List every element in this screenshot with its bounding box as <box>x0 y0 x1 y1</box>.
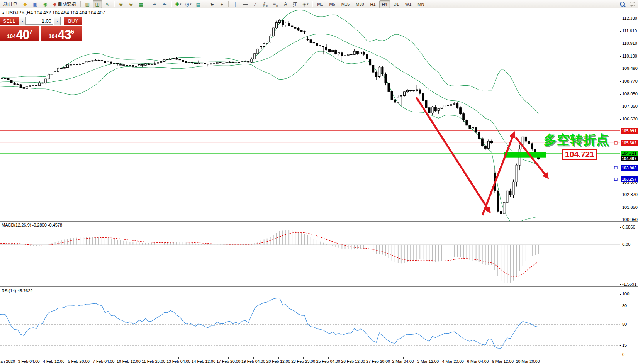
chart-shift-icon[interactable]: ⇤ <box>160 0 169 8</box>
horizontal-line-icon[interactable]: — <box>241 0 250 8</box>
price-tick-label: 111.610 <box>622 29 637 33</box>
zoom-out-icon[interactable]: ⊖ <box>126 0 136 8</box>
text-icon: A <box>284 2 287 7</box>
shapes-icon[interactable]: ◈▾ <box>301 0 310 8</box>
autotrade-icon: ◆ <box>53 2 56 7</box>
time-axis-label: 17 Feb 20:00 <box>216 359 240 364</box>
candlestick-chart-icon[interactable]: ◫ <box>93 0 102 8</box>
dropdown-caret-icon: ▾ <box>307 3 309 6</box>
rsi-tick-label: 100 <box>622 291 629 296</box>
turning-point-annotation: 多空转折点 <box>544 131 609 149</box>
signal-icon[interactable]: ◉ <box>41 0 50 8</box>
time-axis-label: 9 Mar 12:00 <box>492 359 514 364</box>
toolbar-separator <box>80 1 81 7</box>
timeframe-button-w1[interactable]: W1 <box>402 0 414 8</box>
axis-tick <box>620 195 621 195</box>
time-tick <box>104 357 104 359</box>
symbol-marker-icon: ▲ <box>2 11 5 15</box>
axis-tick <box>620 355 621 355</box>
price-tick-label: 101.650 <box>622 205 638 210</box>
crosshair-icon[interactable]: ＋ <box>217 0 226 8</box>
chart-properties-icon[interactable]: ▤ <box>193 0 203 8</box>
sell-price[interactable]: 104 40 7 <box>0 26 39 41</box>
time-tick <box>54 357 54 359</box>
sell-button[interactable]: SELL <box>0 17 19 25</box>
time-tick <box>328 357 329 359</box>
zoom-in-icon[interactable]: ⊕ <box>116 0 126 8</box>
time-axis-label: 11 Feb 20:00 <box>142 359 165 364</box>
time-axis-label: 3 Mar 12:00 <box>417 359 439 364</box>
label-icon[interactable]: T <box>291 0 300 8</box>
rsi-pane-canvas[interactable] <box>0 287 620 357</box>
autotrade-button[interactable]: ◆自动交易 <box>51 0 78 8</box>
price-tick-label: 109.490 <box>622 66 638 71</box>
chart-properties-icon: ▤ <box>196 2 200 7</box>
axis-tick <box>620 69 621 69</box>
cursor-icon: ▲ <box>209 1 215 7</box>
time-tick <box>303 357 304 359</box>
vertical-line-icon[interactable]: ｜ <box>231 0 240 8</box>
timeframe-button-mn[interactable]: MN <box>415 0 427 8</box>
toolbar-separator <box>148 1 148 7</box>
search-icon <box>620 2 625 7</box>
new-order-button[interactable]: 新订单 <box>1 0 20 8</box>
auto-scroll-icon[interactable]: ⇥ <box>150 0 159 8</box>
periods-button[interactable]: ◷▾ <box>183 0 193 8</box>
channel-icon[interactable]: ∥E <box>261 0 270 8</box>
time-tick <box>29 357 29 359</box>
timeframe-button-m15[interactable]: M15 <box>339 0 352 8</box>
bar-chart-icon[interactable]: ▥ <box>83 0 92 8</box>
axis-tick <box>620 227 621 228</box>
pane-separator[interactable] <box>0 286 638 287</box>
chat-icon <box>630 2 635 6</box>
indicators-add-button[interactable]: ✚▾ <box>173 0 183 8</box>
sell-price-big: 40 <box>16 29 29 40</box>
time-axis-label: 26 Feb 12:00 <box>341 359 365 364</box>
price-chart-canvas[interactable] <box>0 9 620 221</box>
timeframe-button-h1[interactable]: H1 <box>368 0 378 8</box>
price-tick-label: 110.910 <box>622 41 637 46</box>
macd-pane-canvas[interactable] <box>0 222 620 287</box>
terminals-icon: ▣ <box>33 2 37 7</box>
timeframe-button-m30[interactable]: M30 <box>353 0 367 8</box>
cursor-icon[interactable]: ▲ <box>207 0 216 8</box>
axis-tick <box>620 94 621 95</box>
time-tick <box>278 357 279 359</box>
timeframe-button-m1[interactable]: M1 <box>314 0 326 8</box>
chat-icon[interactable] <box>628 0 637 8</box>
line-chart-icon[interactable]: ∿ <box>103 0 112 8</box>
timeframe-button-d1[interactable]: D1 <box>391 0 402 8</box>
axis-tick <box>620 220 621 220</box>
timeframe-button-h4[interactable]: H4 <box>379 0 390 8</box>
time-tick <box>453 357 453 359</box>
time-axis-label: 4 Feb 12:00 <box>43 359 64 364</box>
rsi-tick-label: 50 <box>622 322 627 327</box>
tile-windows-icon[interactable]: ▦ <box>136 0 146 8</box>
buy-button[interactable]: BUY <box>64 17 82 25</box>
mt4-window: 新订单◆▣◉◆自动交易▥◫∿⊕⊖▦⇥⇤✚▾◷▾▤▲＋｜—∕∥E≡FAT◈▾M1M… <box>0 0 638 364</box>
pane-separator[interactable] <box>0 221 638 222</box>
buy-price[interactable]: 104 43 6 <box>41 26 82 41</box>
timeframe-button-m5[interactable]: M5 <box>327 0 338 8</box>
volume-decrease-button[interactable]: ▼ <box>19 17 26 25</box>
macd-tick-label: -1.5691 <box>622 282 636 286</box>
volume-input[interactable] <box>25 17 53 25</box>
text-icon[interactable]: A <box>281 0 290 8</box>
candlestick-chart-icon: ◫ <box>95 2 100 7</box>
fibonacci-icon: ≡ <box>273 2 276 7</box>
time-tick <box>503 357 503 359</box>
axis-tick <box>620 183 621 183</box>
fibonacci-icon[interactable]: ≡F <box>271 0 280 8</box>
terminals-icon[interactable]: ▣ <box>31 0 40 8</box>
macd-tick-label: 0.00 <box>622 242 630 247</box>
search-icon[interactable] <box>618 0 627 8</box>
autotrade-button-label: 自动交易 <box>58 1 76 7</box>
time-axis-label: 2 Mar 04:00 <box>392 359 414 364</box>
periods-icon: ◷ <box>185 2 189 7</box>
funds-icon[interactable]: ◆ <box>20 0 30 8</box>
axis-tick <box>620 325 621 325</box>
time-tick <box>154 357 154 359</box>
axis-tick <box>620 284 621 285</box>
trendline-icon[interactable]: ∕ <box>251 0 260 8</box>
volume-increase-button[interactable]: ▲ <box>54 17 61 25</box>
